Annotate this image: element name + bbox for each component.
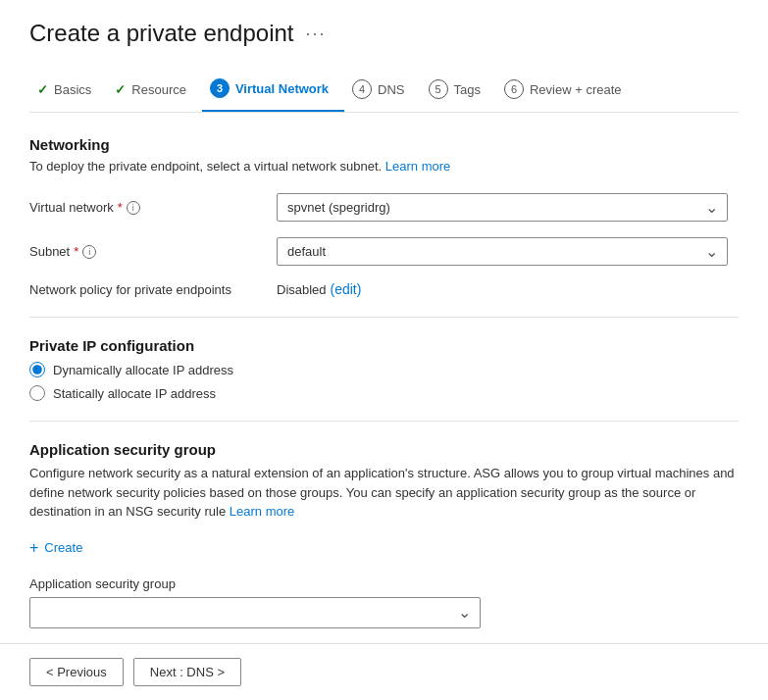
policy-value: Disabled [277,282,327,297]
virtual-network-row: Virtual network * i spvnet (spegridrg) [29,193,739,222]
learn-more-link-networking[interactable]: Learn more [385,159,450,174]
step-resource[interactable]: ✓ Resource [107,75,202,109]
private-ip-title: Private IP configuration [29,337,739,354]
asg-select[interactable] [29,597,481,628]
step-tags-label: Tags [454,82,481,97]
subnet-select-wrapper: default [277,237,728,266]
radio-dynamic[interactable]: Dynamically allocate IP address [29,362,739,377]
virtual-network-select[interactable]: spvnet (spegridrg) [277,193,728,222]
divider-2 [29,421,739,422]
wizard-steps: ✓ Basics ✓ Resource 3 Virtual Network 4 … [29,71,739,113]
policy-label: Network policy for private endpoints [29,282,265,297]
step-tags[interactable]: 5 Tags [421,72,496,111]
step-resource-label: Resource [131,82,186,97]
next-button[interactable]: Next : DNS > [133,658,241,686]
more-options-icon[interactable]: ··· [306,24,327,44]
radio-dynamic-input[interactable] [29,362,45,377]
step-review-label: Review + create [530,82,622,97]
policy-row: Network policy for private endpoints Dis… [29,281,739,297]
radio-group-ip: Dynamically allocate IP address Statical… [29,362,739,401]
check-icon: ✓ [37,82,48,97]
step-dns[interactable]: 4 DNS [344,72,420,111]
footer: < Previous Next : DNS > [0,643,768,700]
policy-edit-link[interactable]: (edit) [330,281,361,297]
plus-icon: + [29,539,38,557]
radio-static-input[interactable] [29,385,45,401]
create-asg-button[interactable]: + Create [29,535,82,561]
networking-section: Networking To deploy the private endpoin… [29,136,739,297]
step-review[interactable]: 6 Review + create [496,72,638,111]
virtual-network-select-wrapper: spvnet (spegridrg) [277,193,728,222]
learn-more-link-asg[interactable]: Learn more [230,504,294,519]
radio-static[interactable]: Statically allocate IP address [29,385,739,401]
step-circle-5: 5 [429,79,448,99]
step-basics-label: Basics [54,82,91,97]
step-virtual-network[interactable]: 3 Virtual Network [202,71,344,112]
check-icon-2: ✓ [115,82,126,97]
step-circle-6: 6 [504,79,524,99]
step-dns-label: DNS [378,82,404,97]
page-header: Create a private endpoint ··· [29,20,739,47]
radio-static-label: Statically allocate IP address [53,386,216,401]
info-icon-subnet[interactable]: i [82,245,96,259]
subnet-row: Subnet * i default [29,237,739,266]
asg-section: Application security group Configure net… [29,441,739,628]
step-virtual-network-label: Virtual Network [235,81,329,96]
required-star-subnet: * [74,244,78,259]
step-basics[interactable]: ✓ Basics [29,75,107,109]
required-star-vnet: * [118,200,123,215]
virtual-network-label: Virtual network * i [29,200,265,215]
create-label: Create [44,540,82,555]
subnet-select[interactable]: default [277,237,728,266]
asg-dropdown-label: Application security group [29,576,739,591]
radio-dynamic-label: Dynamically allocate IP address [53,363,233,377]
policy-value-container: Disabled (edit) [277,281,361,297]
page-title: Create a private endpoint [29,20,294,47]
networking-title: Networking [29,136,739,153]
info-icon-vnet[interactable]: i [127,201,140,215]
divider-1 [29,317,739,318]
asg-select-wrapper [29,597,481,628]
previous-button[interactable]: < Previous [29,658,124,686]
subnet-label: Subnet * i [29,244,265,259]
asg-description: Configure network security as a natural … [29,464,739,522]
networking-subtitle: To deploy the private endpoint, select a… [29,159,739,174]
step-circle-3: 3 [210,78,230,98]
step-circle-4: 4 [352,79,372,99]
asg-title: Application security group [29,441,739,458]
private-ip-section: Private IP configuration Dynamically all… [29,337,739,401]
